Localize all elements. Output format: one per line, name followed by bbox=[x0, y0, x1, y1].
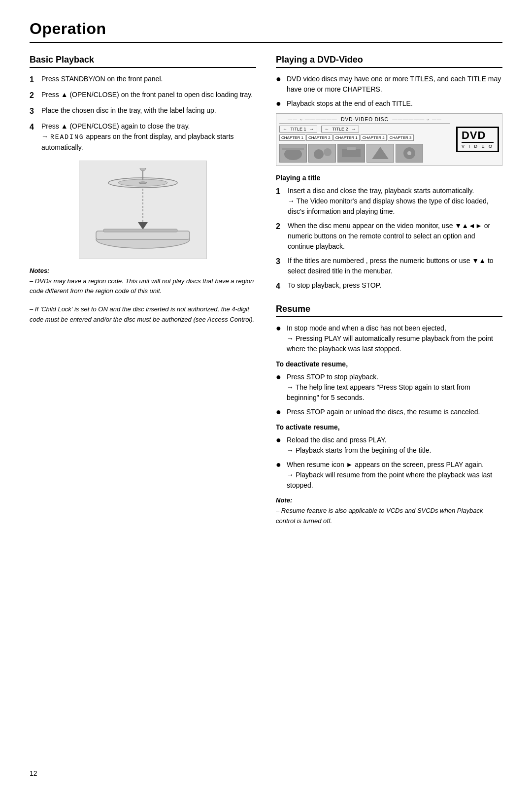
step-2-text: Press ▲ (OPEN/CLOSE) on the front panel … bbox=[41, 90, 253, 101]
resume-title: Resume bbox=[276, 304, 502, 317]
page-number: 12 bbox=[30, 769, 37, 777]
chapter-5: CHAPTER 3 bbox=[388, 134, 414, 141]
activate-bullet-1-text: Reload the disc and press PLAY. → Playba… bbox=[287, 435, 431, 456]
dvd-box-inner: ←—————— DVD-VIDEO DISC ——————→ ← TITLE 1… bbox=[279, 117, 499, 163]
activate-bullet-2-text: When resume icon ► appears on the screen… bbox=[287, 460, 502, 491]
dvd-bullet-1-text: DVD video discs may have one or more TIT… bbox=[287, 74, 502, 95]
deactivate-title-text: To deactivate resume, bbox=[276, 360, 348, 368]
svg-rect-18 bbox=[347, 147, 356, 150]
play-step-4-num: 4 bbox=[276, 280, 284, 292]
thumb-5 bbox=[396, 144, 423, 163]
dvd-logo: DVD V I D E O bbox=[456, 117, 499, 163]
dvd-box-content: ←—————— DVD-VIDEO DISC ——————→ ← TITLE 1… bbox=[279, 117, 450, 163]
chapter-4: CHAPTER 2 bbox=[361, 134, 387, 141]
right-column: Playing a DVD-Video ● DVD video discs ma… bbox=[276, 55, 502, 527]
basic-playback-steps: 1 Press STANDBY/ON on the front panel. 2… bbox=[30, 74, 256, 153]
thumb-1 bbox=[279, 144, 307, 163]
activate-bullet-icon-2: ● bbox=[276, 460, 283, 491]
two-column-layout: Basic Playback 1 Press STANDBY/ON on the… bbox=[30, 55, 502, 527]
resume-note-text: – Resume feature is also applicable to V… bbox=[276, 506, 502, 527]
chapter-1: CHAPTER 1 bbox=[279, 134, 305, 141]
bullet-icon-2: ● bbox=[276, 99, 283, 109]
svg-point-6 bbox=[139, 182, 147, 184]
play-step-1: 1 Insert a disc and close the tray, play… bbox=[276, 186, 502, 217]
step-3-num: 3 bbox=[30, 105, 37, 117]
deactivate-bullets: ● Press STOP to stop playback. → The hel… bbox=[276, 372, 502, 418]
play-step-3-text: If the titles are numbered , press the n… bbox=[288, 256, 502, 276]
page: Operation Basic Playback 1 Press STANDBY… bbox=[0, 0, 532, 797]
svg-point-14 bbox=[314, 149, 324, 159]
note-2: – If 'Child Lock' is set to ON and the d… bbox=[30, 304, 256, 325]
activate-bullet-1: ● Reload the disc and press PLAY. → Play… bbox=[276, 435, 502, 456]
notes-title: Notes: bbox=[30, 267, 256, 274]
resume-bullet-1: ● In stop mode and when a disc has not b… bbox=[276, 323, 502, 354]
step-1: 1 Press STANDBY/ON on the front panel. bbox=[30, 74, 256, 86]
step-4: 4 Press ▲ (OPEN/CLOSE) again to close th… bbox=[30, 121, 256, 153]
activate-bullets: ● Reload the disc and press PLAY. → Play… bbox=[276, 435, 502, 491]
basic-playback-title: Basic Playback bbox=[30, 55, 256, 68]
play-step-1-text: Insert a disc and close the tray, playba… bbox=[288, 186, 502, 217]
step-2: 2 Press ▲ (OPEN/CLOSE) on the front pane… bbox=[30, 90, 256, 101]
svg-marker-3 bbox=[138, 222, 148, 230]
svg-point-8 bbox=[140, 168, 146, 171]
left-column: Basic Playback 1 Press STANDBY/ON on the… bbox=[30, 55, 256, 325]
dvd-thumbnails bbox=[279, 144, 450, 163]
step-1-num: 1 bbox=[30, 74, 37, 86]
dvd-title2-box: ← TITLE 2 → bbox=[321, 126, 359, 133]
playing-title-subtitle: Playing a title bbox=[276, 174, 502, 182]
deactivate-bullet-icon-1: ● bbox=[276, 372, 283, 403]
svg-rect-17 bbox=[342, 149, 361, 157]
dvd-video-label: V I D E O bbox=[462, 144, 494, 149]
play-step-4-text: To stop playback, press STOP. bbox=[288, 280, 381, 292]
resume-note-title: Note: bbox=[276, 497, 502, 504]
step-4-num: 4 bbox=[30, 121, 37, 153]
resume-bullets: ● In stop mode and when a disc has not b… bbox=[276, 323, 502, 354]
svg-point-23 bbox=[407, 151, 411, 155]
dvd-title1-label: TITLE 1 bbox=[291, 127, 306, 132]
disc-svg bbox=[89, 168, 197, 252]
play-step-1-num: 1 bbox=[276, 186, 284, 217]
svg-rect-9 bbox=[103, 229, 177, 232]
bullet-icon-1: ● bbox=[276, 74, 283, 95]
chapter-3: CHAPTER 1 bbox=[333, 134, 360, 141]
play-step-2: 2 When the disc menu appear on the video… bbox=[276, 221, 502, 252]
note-1: – DVDs may have a region code. This unit… bbox=[30, 276, 256, 297]
playing-title-steps: 1 Insert a disc and close the tray, play… bbox=[276, 186, 502, 292]
dvd-video-disc-label: ←—————— DVD-VIDEO DISC ——————→ bbox=[279, 117, 450, 124]
deactivate-title: To deactivate resume, bbox=[276, 360, 502, 368]
page-title: Operation bbox=[30, 20, 502, 38]
activate-title: To activate resume, bbox=[276, 423, 502, 431]
deactivate-bullet-2-text: Press STOP again or unload the discs, th… bbox=[287, 407, 480, 418]
reading-display: READING bbox=[50, 133, 84, 141]
chapter-2: CHAPTER 2 bbox=[306, 134, 332, 141]
dvd-titles-row: ← TITLE 1 → ← TITLE 2 → bbox=[279, 126, 450, 133]
resume-note: Note: – Resume feature is also applicabl… bbox=[276, 497, 502, 527]
thumb-4 bbox=[366, 144, 394, 163]
resume-bullet-text: In stop mode and when a disc has not bee… bbox=[287, 323, 502, 354]
deactivate-bullet-1-text: Press STOP to stop playback. → The help … bbox=[287, 372, 502, 403]
deactivate-bullet-2: ● Press STOP again or unload the discs, … bbox=[276, 407, 502, 418]
dvd-bullet-1: ● DVD video discs may have one or more T… bbox=[276, 74, 502, 95]
svg-point-15 bbox=[324, 148, 332, 156]
dvd-title2-label: TITLE 2 bbox=[332, 127, 348, 132]
play-step-4: 4 To stop playback, press STOP. bbox=[276, 280, 502, 292]
dvd-logo-text: DVD bbox=[462, 130, 494, 141]
top-divider bbox=[30, 42, 502, 43]
play-step-2-num: 2 bbox=[276, 221, 284, 252]
step-2-num: 2 bbox=[30, 90, 37, 101]
deactivate-bullet-1: ● Press STOP to stop playback. → The hel… bbox=[276, 372, 502, 403]
deactivate-bullet-icon-2: ● bbox=[276, 407, 283, 418]
disc-illustration bbox=[79, 161, 207, 259]
step-4-text: Press ▲ (OPEN/CLOSE) again to close the … bbox=[41, 121, 256, 153]
activate-bullet-icon-1: ● bbox=[276, 435, 283, 456]
play-step-2-text: When the disc menu appear on the video m… bbox=[288, 221, 502, 252]
dvd-bullet-2: ● Playback stops at the end of each TITL… bbox=[276, 99, 502, 109]
play-step-3-num: 3 bbox=[276, 256, 284, 276]
step-3: 3 Place the chosen disc in the tray, wit… bbox=[30, 105, 256, 117]
thumb-2 bbox=[308, 144, 336, 163]
resume-bullet-icon: ● bbox=[276, 323, 283, 354]
dvd-diagram: ←—————— DVD-VIDEO DISC ——————→ ← TITLE 1… bbox=[276, 113, 502, 166]
activate-bullet-2: ● When resume icon ► appears on the scre… bbox=[276, 460, 502, 491]
step-3-text: Place the chosen disc in the tray, with … bbox=[41, 105, 216, 117]
play-step-3: 3 If the titles are numbered , press the… bbox=[276, 256, 502, 276]
